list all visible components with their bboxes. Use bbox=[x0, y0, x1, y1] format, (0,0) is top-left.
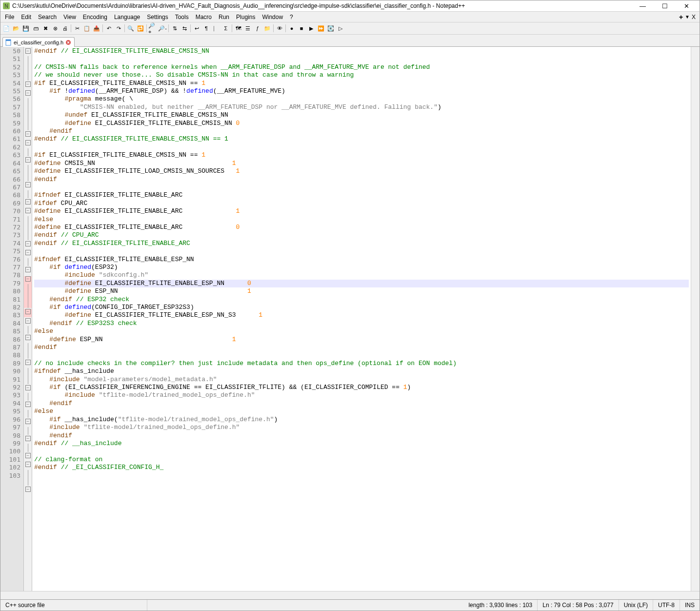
menu-file[interactable]: File bbox=[1, 13, 18, 21]
replace-icon[interactable]: 🔁 bbox=[136, 23, 145, 33]
menu-tools[interactable]: Tools bbox=[172, 13, 192, 21]
close-button[interactable]: ✕ bbox=[676, 0, 698, 11]
run-macro-icon[interactable]: ▷ bbox=[336, 23, 345, 33]
statusbar: C++ source file length : 3,930 lines : 1… bbox=[0, 599, 700, 611]
zoom-in-icon[interactable]: 🔎+ bbox=[148, 23, 158, 33]
open-file-icon[interactable]: 📂 bbox=[11, 23, 21, 33]
status-eol[interactable]: Unix (LF) bbox=[619, 600, 653, 611]
editor: 5051525354555657585960616263646566676869… bbox=[0, 47, 700, 591]
indent-guide-icon[interactable]: ⎸ bbox=[211, 23, 221, 33]
play-icon[interactable]: ▶ bbox=[306, 23, 316, 33]
wordwrap-icon[interactable]: ↩ bbox=[192, 23, 201, 33]
doc-list-icon[interactable]: ☰ bbox=[243, 23, 253, 33]
menubar: File Edit Search View Encoding Language … bbox=[0, 12, 700, 22]
minimize-button[interactable]: ― bbox=[632, 0, 654, 11]
app-icon: N bbox=[2, 2, 10, 10]
record-icon[interactable]: ● bbox=[287, 23, 297, 33]
lang-icon[interactable]: Σ bbox=[221, 23, 231, 33]
cut-icon[interactable]: ✂ bbox=[72, 23, 82, 33]
copy-icon[interactable]: 📋 bbox=[82, 23, 92, 33]
status-insert-mode[interactable]: INS bbox=[680, 600, 700, 611]
close-icon[interactable]: ✖ bbox=[40, 23, 50, 33]
line-number-gutter: 5051525354555657585960616263646566676869… bbox=[0, 47, 24, 591]
play-multi-icon[interactable]: ⏩ bbox=[316, 23, 326, 33]
menu-overflow: + ▼ X bbox=[679, 13, 699, 21]
menu-run[interactable]: Run bbox=[215, 13, 233, 21]
svg-rect-3 bbox=[6, 40, 11, 41]
titlebar: N C:\Users\kutlu\OneDrive\Documents\Ardu… bbox=[0, 0, 700, 12]
find-icon[interactable]: 🔍 bbox=[126, 23, 136, 33]
stop-icon[interactable]: ■ bbox=[297, 23, 306, 33]
menu-search[interactable]: Search bbox=[35, 13, 60, 21]
monitor-icon[interactable]: 👁 bbox=[275, 23, 284, 33]
save-all-icon[interactable]: 🗃 bbox=[31, 23, 40, 33]
undo-icon[interactable]: ↶ bbox=[104, 23, 114, 33]
tab-ei-classifier-config[interactable]: ei_classifier_config.h bbox=[2, 37, 75, 47]
redo-icon[interactable]: ↷ bbox=[114, 23, 123, 33]
horizontal-scrollbar[interactable] bbox=[0, 591, 700, 599]
maximize-button[interactable]: ☐ bbox=[654, 0, 676, 11]
paste-icon[interactable]: 📥 bbox=[92, 23, 101, 33]
whitespace-icon[interactable]: ¶ bbox=[201, 23, 211, 33]
save-icon[interactable]: 💾 bbox=[21, 23, 31, 33]
menu-settings[interactable]: Settings bbox=[143, 13, 171, 21]
window-title: C:\Users\kutlu\OneDrive\Documents\Arduin… bbox=[12, 2, 632, 9]
vertical-scrollbar[interactable] bbox=[691, 47, 700, 591]
print-icon[interactable]: 🖨 bbox=[60, 23, 70, 33]
tab-close-icon[interactable] bbox=[65, 40, 71, 45]
status-filetype: C++ source file bbox=[0, 600, 147, 611]
menu-plus-icon[interactable]: + bbox=[679, 13, 683, 21]
save-macro-icon[interactable]: 💽 bbox=[326, 23, 336, 33]
tab-bar: ei_classifier_config.h bbox=[0, 35, 700, 47]
folder-icon[interactable]: 📁 bbox=[262, 23, 272, 33]
menu-caret-icon[interactable]: ▼ bbox=[685, 14, 690, 20]
menu-language[interactable]: Language bbox=[111, 13, 143, 21]
menu-macro[interactable]: Macro bbox=[192, 13, 215, 21]
sync-v-icon[interactable]: ⇅ bbox=[170, 23, 180, 33]
doc-map-icon[interactable]: 🗺 bbox=[233, 23, 243, 33]
menu-window[interactable]: Window bbox=[259, 13, 286, 21]
toolbar: 📄📂💾🗃✖⊗🖨✂📋📥↶↷🔍🔁🔎+🔎-⇅⇆↩¶⎸Σ🗺☰ƒ📁👁●■▶⏩💽▷ bbox=[0, 22, 700, 35]
func-list-icon[interactable]: ƒ bbox=[253, 23, 262, 33]
menu-encoding[interactable]: Encoding bbox=[80, 13, 111, 21]
menu-close-icon[interactable]: X bbox=[692, 14, 696, 20]
sync-h-icon[interactable]: ⇆ bbox=[180, 23, 189, 33]
window-controls: ― ☐ ✕ bbox=[632, 0, 698, 11]
zoom-out-icon[interactable]: 🔎- bbox=[158, 23, 167, 33]
status-position: Ln : 79 Col : 58 Pos : 3,077 bbox=[538, 600, 619, 611]
new-file-icon[interactable]: 📄 bbox=[1, 23, 11, 33]
status-encoding[interactable]: UTF-8 bbox=[653, 600, 680, 611]
fold-gutter[interactable]: −−−−−−−−−−−−−−−−−−−−−−−− bbox=[24, 47, 32, 591]
menu-help[interactable]: ? bbox=[286, 13, 297, 21]
menu-plugins[interactable]: Plugins bbox=[233, 13, 259, 21]
svg-text:N: N bbox=[4, 3, 8, 9]
code-area[interactable]: #endif // EI_CLASSIFIER_TFLITE_ENABLE_CM… bbox=[32, 47, 691, 591]
tab-label: ei_classifier_config.h bbox=[14, 40, 63, 45]
file-icon bbox=[5, 39, 12, 46]
close-all-icon[interactable]: ⊗ bbox=[50, 23, 60, 33]
menu-edit[interactable]: Edit bbox=[18, 13, 35, 21]
app-window: N C:\Users\kutlu\OneDrive\Documents\Ardu… bbox=[0, 0, 700, 611]
status-length: length : 3,930 lines : 103 bbox=[463, 600, 538, 611]
menu-view[interactable]: View bbox=[60, 13, 80, 21]
